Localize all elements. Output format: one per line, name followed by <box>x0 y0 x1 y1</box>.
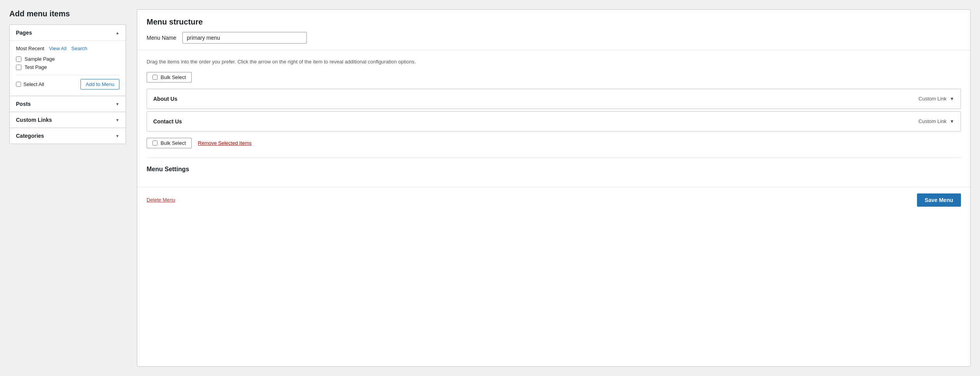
menu-name-label: Menu Name <box>147 35 176 41</box>
accordion-header-posts[interactable]: Posts ▼ <box>10 96 126 112</box>
page-label-sample: Sample Page <box>24 56 55 62</box>
right-panel: Menu structure Menu Name Drag the items … <box>137 9 971 367</box>
bulk-select-bottom-checkbox[interactable] <box>152 141 158 146</box>
left-panel: Add menu items Pages ▲ Most Recent View … <box>9 9 126 367</box>
remove-selected-button[interactable]: Remove Selected Items <box>198 140 252 146</box>
pages-list: Sample Page Test Page <box>16 56 119 70</box>
bulk-select-top-row: Bulk Select <box>147 72 961 83</box>
tab-most-recent[interactable]: Most Recent <box>16 46 44 51</box>
accordion-label-posts: Posts <box>16 101 31 107</box>
menu-item-name-about-us: About Us <box>153 96 919 102</box>
accordion-arrow-custom-links: ▼ <box>116 118 119 122</box>
bulk-select-top-button[interactable]: Bulk Select <box>147 72 192 83</box>
delete-menu-button[interactable]: Delete Menu <box>147 197 175 203</box>
accordion-arrow-pages: ▲ <box>116 31 119 35</box>
accordion-section-custom-links: Custom Links ▼ <box>10 112 126 128</box>
select-all-row: Select All <box>16 81 44 87</box>
accordion-header-pages[interactable]: Pages ▲ <box>10 25 126 40</box>
add-menu-items-title: Add menu items <box>9 9 126 18</box>
accordion-arrow-categories: ▼ <box>116 134 119 138</box>
menu-structure-header: Menu structure Menu Name <box>137 10 970 50</box>
menu-item-chevron-about-us[interactable]: ▼ <box>950 96 954 102</box>
bulk-select-top-label: Bulk Select <box>161 74 186 80</box>
select-all-checkbox[interactable] <box>16 82 21 87</box>
menu-item-type-contact-us: Custom Link <box>919 118 947 124</box>
menu-name-row: Menu Name <box>147 32 961 44</box>
pages-tabs: Most Recent View All Search <box>16 46 119 51</box>
page-checkbox-test[interactable] <box>16 65 21 70</box>
accordion-header-custom-links[interactable]: Custom Links ▼ <box>10 112 126 128</box>
page-label-test: Test Page <box>24 64 47 70</box>
accordion-section-posts: Posts ▼ <box>10 96 126 112</box>
save-menu-button[interactable]: Save Menu <box>917 193 961 207</box>
page-item-sample: Sample Page <box>16 56 119 62</box>
page-item-test: Test Page <box>16 64 119 70</box>
menu-structure-body: Drag the items into the order you prefer… <box>137 50 970 187</box>
menu-item-name-contact-us: Contact Us <box>153 118 919 125</box>
drag-instruction: Drag the items into the order you prefer… <box>147 58 961 66</box>
divider <box>147 158 961 158</box>
menu-footer: Delete Menu Save Menu <box>137 187 970 213</box>
menu-item-contact-us[interactable]: Contact Us Custom Link ▼ <box>147 111 961 132</box>
select-all-label: Select All <box>23 81 44 87</box>
accordion-section-categories: Categories ▼ <box>10 128 126 144</box>
bulk-select-bottom-button[interactable]: Bulk Select <box>147 138 192 148</box>
pages-footer: Select All Add to Menu <box>16 75 119 90</box>
accordion-header-categories[interactable]: Categories ▼ <box>10 128 126 144</box>
accordion-section-pages: Pages ▲ Most Recent View All Search Samp… <box>10 25 126 96</box>
menu-settings-title: Menu Settings <box>147 166 961 173</box>
add-to-menu-button[interactable]: Add to Menu <box>80 79 119 90</box>
accordion: Pages ▲ Most Recent View All Search Samp… <box>9 25 126 144</box>
accordion-label-categories: Categories <box>16 133 44 139</box>
menu-item-type-about-us: Custom Link <box>919 96 947 102</box>
bulk-select-bottom-label: Bulk Select <box>161 140 186 146</box>
menu-item-chevron-contact-us[interactable]: ▼ <box>950 119 954 124</box>
menu-items-list: About Us Custom Link ▼ Contact Us Custom… <box>147 89 961 132</box>
bulk-select-top-checkbox[interactable] <box>152 75 158 80</box>
pages-content: Most Recent View All Search Sample Page … <box>10 40 126 96</box>
menu-structure-title: Menu structure <box>147 18 961 26</box>
menu-name-input[interactable] <box>182 32 307 44</box>
page-checkbox-sample[interactable] <box>16 56 21 62</box>
accordion-label-custom-links: Custom Links <box>16 117 52 123</box>
menu-item-about-us[interactable]: About Us Custom Link ▼ <box>147 89 961 109</box>
accordion-label-pages: Pages <box>16 30 32 36</box>
tab-view-all[interactable]: View All <box>49 46 66 51</box>
accordion-arrow-posts: ▼ <box>116 102 119 106</box>
bulk-bottom-row: Bulk Select Remove Selected Items <box>147 138 961 148</box>
tab-search[interactable]: Search <box>71 46 87 51</box>
